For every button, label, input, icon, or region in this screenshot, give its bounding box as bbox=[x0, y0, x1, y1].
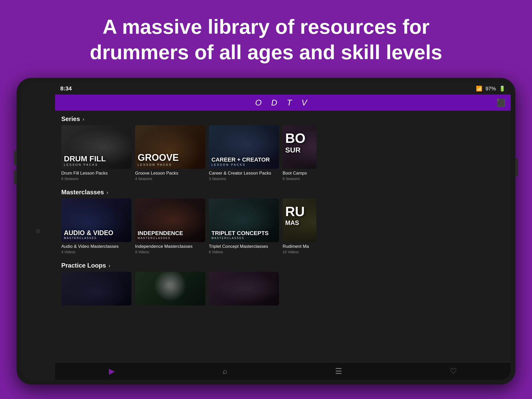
practice-card-3[interactable] bbox=[209, 272, 279, 305]
masterclasses-section: Masterclasses › AUDIO & VIDEO MAST bbox=[55, 186, 511, 259]
audio-card-title: Audio & Video Masterclasses bbox=[61, 244, 131, 249]
audio-card-count: 4 Videos bbox=[61, 250, 131, 254]
volume-button-down[interactable] bbox=[14, 170, 17, 184]
volume-button-up[interactable] bbox=[14, 151, 17, 165]
status-bar: 8:34 📶 97% 🔋 bbox=[55, 83, 511, 95]
triplet-subtitle: MASTERCLASSES bbox=[211, 237, 276, 240]
mc-card-independence[interactable]: INDEPENDENCE MASTERCLASSES Independence … bbox=[135, 198, 205, 254]
status-icons: 📶 97% 🔋 bbox=[476, 85, 506, 92]
rudiment-card-count: 10 Videos bbox=[283, 250, 316, 254]
bootcamp-subtitle: SUR bbox=[285, 146, 316, 154]
audio-title: AUDIO & VIDEO bbox=[64, 229, 129, 237]
independence-subtitle: MASTERCLASSES bbox=[138, 237, 203, 240]
practice-loops-row bbox=[55, 272, 511, 311]
series-card-drumfill[interactable]: DRUM FILL LESSON PACKS Drum Fill Lesson … bbox=[61, 125, 131, 181]
nav-home[interactable]: ▶ bbox=[109, 367, 115, 376]
practice-loops-label: Practice Loops bbox=[61, 262, 106, 269]
series-header[interactable]: Series › bbox=[55, 111, 511, 125]
independence-title: INDEPENDENCE bbox=[138, 230, 203, 237]
series-label: Series bbox=[61, 115, 80, 123]
mc-card-audio[interactable]: AUDIO & VIDEO MASTERCLASSES Audio & Vide… bbox=[61, 198, 131, 254]
triplet-card-count: 6 Videos bbox=[209, 250, 279, 254]
drumfill-card-title: Drum Fill Lesson Packs bbox=[61, 171, 131, 176]
bottom-nav: ▶ ⌕ ☰ ♡ bbox=[55, 362, 511, 380]
career-card-seasons: 3 Seasons bbox=[209, 177, 279, 181]
practice-card-2[interactable] bbox=[135, 272, 205, 305]
rudiment-subtitle: MAS bbox=[285, 219, 316, 227]
app-header: O D T V ⬛ bbox=[55, 95, 511, 111]
mc-card-triplet[interactable]: TRIPLET CONCEPTS MASTERCLASSES Triplet C… bbox=[209, 198, 279, 254]
groove-card-title: Groove Lesson Packs bbox=[135, 171, 205, 176]
mc-card-rudiment[interactable]: RU MAS Rudiment Ma 10 Videos bbox=[283, 198, 316, 254]
battery-label: 97% bbox=[486, 86, 496, 92]
bootcamp-title: BO bbox=[285, 130, 316, 146]
hero-title-line2: drummers of all ages and skill levels bbox=[52, 40, 480, 65]
practice-card-1[interactable] bbox=[61, 272, 131, 305]
series-card-career[interactable]: CAREER + CREATOR LESSON PACKS Career & C… bbox=[209, 125, 279, 181]
hero-section: A massive library of resources for drumm… bbox=[0, 0, 532, 73]
series-row: DRUM FILL LESSON PACKS Drum Fill Lesson … bbox=[55, 125, 511, 186]
content-area[interactable]: Series › DRUM FILL LESSON PACKS bbox=[55, 111, 511, 362]
practice-loops-chevron: › bbox=[109, 263, 110, 269]
groove-subtitle: LESSON PACKS bbox=[138, 163, 203, 166]
groove-card-seasons: 4 Seasons bbox=[135, 177, 205, 181]
practice-loops-header[interactable]: Practice Loops › bbox=[55, 259, 511, 272]
triplet-title: TRIPLET CONCEPTS bbox=[211, 230, 276, 237]
left-bezel bbox=[21, 83, 55, 380]
masterclasses-label: Masterclasses bbox=[61, 189, 104, 196]
drumfill-title: DRUM FILL bbox=[64, 154, 129, 163]
independence-card-count: 9 Videos bbox=[135, 250, 205, 254]
drumfill-card-seasons: 6 Seasons bbox=[61, 177, 131, 181]
cast-icon[interactable]: ⬛ bbox=[496, 98, 506, 107]
front-camera bbox=[36, 229, 40, 233]
masterclasses-chevron: › bbox=[107, 189, 108, 195]
series-card-bootcamp[interactable]: BO SUR Boot Camps 8 Seasons bbox=[283, 125, 316, 181]
series-section: Series › DRUM FILL LESSON PACKS bbox=[55, 111, 511, 186]
drumfill-subtitle: LESSON PACKS bbox=[64, 163, 129, 166]
tablet-device: 8:34 📶 97% 🔋 O D T V ⬛ bbox=[17, 78, 515, 384]
career-title: CAREER + CREATOR bbox=[211, 156, 276, 163]
series-chevron: › bbox=[83, 116, 84, 122]
triplet-card-title: Triplet Concept Masterclasses bbox=[209, 244, 279, 249]
rudiment-card-title: Rudiment Ma bbox=[283, 244, 316, 249]
practice-loops-section: Practice Loops › bbox=[55, 259, 511, 311]
independence-card-title: Independence Masterclasses bbox=[135, 244, 205, 249]
career-subtitle: LESSON PACKS bbox=[211, 163, 276, 166]
hero-title-line1: A massive library of resources for bbox=[52, 14, 480, 40]
bootcamp-card-seasons: 8 Seasons bbox=[283, 177, 316, 181]
battery-icon: 🔋 bbox=[499, 85, 506, 92]
wifi-icon: 📶 bbox=[476, 85, 482, 92]
nav-favorites[interactable]: ♡ bbox=[450, 367, 457, 376]
series-card-groove[interactable]: GROOVE LESSON PACKS Groove Lesson Packs … bbox=[135, 125, 205, 181]
groove-title: GROOVE bbox=[138, 152, 203, 163]
nav-search[interactable]: ⌕ bbox=[223, 367, 227, 376]
rudiment-title: RU bbox=[285, 204, 316, 219]
screen: 8:34 📶 97% 🔋 O D T V ⬛ bbox=[55, 83, 511, 380]
masterclasses-row: AUDIO & VIDEO MASTERCLASSES Audio & Vide… bbox=[55, 198, 511, 259]
career-card-title: Career & Creator Lesson Packs bbox=[209, 171, 279, 176]
audio-subtitle: MASTERCLASSES bbox=[64, 237, 129, 240]
app-logo: O D T V bbox=[255, 98, 311, 108]
power-button[interactable] bbox=[515, 158, 518, 177]
masterclasses-header[interactable]: Masterclasses › bbox=[55, 186, 511, 198]
nav-menu[interactable]: ☰ bbox=[335, 367, 342, 376]
bootcamp-card-title: Boot Camps bbox=[283, 171, 316, 176]
status-time: 8:34 bbox=[60, 85, 72, 92]
